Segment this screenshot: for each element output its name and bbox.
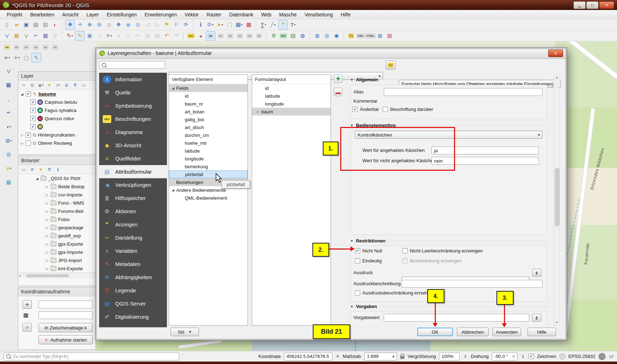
new-mesh-layer-icon[interactable]: ▩ [41,31,50,40]
rectangle-tool-icon[interactable]: ▢ [22,53,31,62]
browser-folder[interactable]: ▷Fotos [18,215,96,224]
layer-item[interactable]: ▷⧉Oberer Reutweg [18,139,96,147]
deselect-features-icon[interactable]: ▢ [225,20,234,29]
browser-folder[interactable]: ▷geopackage [18,224,96,232]
default-expression-button[interactable]: ε [532,314,541,322]
scroll-left-arrow-icon[interactable]: ◂ [18,274,22,277]
label-change-tool-icon[interactable]: ab [51,43,60,52]
browser-folder[interactable]: ▷gpx-Exporte [18,240,96,248]
legend-item[interactable]: Carpinus betulu [18,98,96,106]
add-raster-dock-icon[interactable]: ▦ [4,80,13,89]
remove-container-button[interactable]: ▬ [334,88,342,96]
map-tips-icon[interactable]: ❝ [278,20,288,30]
undo-icon[interactable]: ↶ [162,31,171,40]
sidebar-item-symbolisierung[interactable]: ✑Symbolisierung [99,99,167,112]
sidebar-item-variablen[interactable]: εVariablen [99,244,167,257]
enforce-expression-checkbox[interactable] [355,290,360,296]
add-delimited-text-icon[interactable]: ‚ [4,94,13,103]
wfs-services-icon[interactable]: ◍ [322,31,331,40]
cancel-button[interactable]: Abbrechen [457,328,489,336]
zoom-last-icon[interactable]: ◁ [143,20,152,29]
available-field-latitude[interactable]: latitude [169,147,248,155]
lock-scale-icon[interactable] [400,356,404,359]
add-spatialite-icon[interactable]: ✒ [4,108,13,117]
new-table-icon[interactable]: ▦ [4,178,13,187]
vertex-tool-icon[interactable]: ✳▾ [104,31,113,40]
scale-combo[interactable]: 1:699 [364,353,397,360]
save-project-icon[interactable]: ▣ [22,20,31,29]
extents-toggle-icon[interactable]: ✛ [336,354,340,359]
legend-visibility-checkbox[interactable] [30,108,36,113]
measure-line-icon[interactable]: ╱▾ [269,20,277,29]
redo-icon[interactable]: ↷ [172,31,181,40]
menu-masche[interactable]: Masche [275,10,301,19]
manage-map-themes-icon[interactable]: ◉▾ [37,81,45,89]
paste-features-icon[interactable]: ▤ [153,31,162,40]
clear-icon[interactable]: ⊗ [512,354,515,358]
open-attribute-table-icon[interactable]: ▦▾ [235,20,244,29]
style-manager-icon[interactable]: ◐ [51,20,60,29]
change-label-icon[interactable]: ab [255,31,264,40]
fields-group-row[interactable]: ◢Fields [169,84,248,92]
available-field-baum_nr[interactable]: baum_nr [169,100,248,108]
properties-search-input[interactable] [99,61,165,69]
add-wcs-icon[interactable]: ◍ [4,150,13,159]
not-null-checkbox[interactable] [355,248,360,253]
browser-properties-icon[interactable]: ℹ [54,166,62,173]
run-feature-action-icon[interactable]: ⚙▾ [206,20,215,29]
available-field-gattg_bot[interactable]: gattg_bot [169,116,248,123]
open-layer-styling-icon[interactable]: ✑ [20,81,27,89]
new-virtual-layer-icon[interactable]: ▽ [51,31,60,40]
sidebar-item-verkn-pfungen[interactable]: ◀Verknüpfungen [99,178,167,191]
legend-visibility-checkbox[interactable] [30,124,36,129]
layer-visibility-checkbox[interactable] [26,91,31,97]
copy-features-icon[interactable]: ⧉ [143,31,152,40]
move-label-icon[interactable]: ab [235,31,244,40]
zoom-next-icon[interactable]: ▷ [153,20,162,29]
browser-hscrollbar[interactable]: ◂ [18,273,96,278]
refresh-browser-icon[interactable]: ⟳ [29,166,36,173]
zoom-to-layer-icon[interactable]: ◍ [133,20,142,29]
menu-ansicht[interactable]: Ansicht [58,10,82,19]
python-console-icon[interactable]: Py [347,31,356,40]
coordinate-input[interactable]: 456242.5,5427676.5 [284,353,332,360]
group-visibility-checkbox[interactable] [26,140,31,146]
form-item-latitude[interactable]: latitude [252,92,331,100]
zoom-full-icon[interactable]: ❖ [114,20,123,29]
crs-globe-icon[interactable] [560,354,565,359]
legend-visibility-checkbox[interactable] [30,116,36,121]
sidebar-item-diagramme[interactable]: ◕Diagramme [99,125,167,139]
sidebar-item-qgis-server[interactable]: ▦QGIS Server [99,297,167,310]
default-value-input[interactable] [384,314,529,322]
delete-selected-icon[interactable]: ▯ [124,31,133,40]
menu-hilfe[interactable]: Hilfe [337,10,355,19]
available-field-art_dtsch[interactable]: art_dtsch [169,123,248,131]
sidebar-item-quelle[interactable]: ⚒Quelle [99,86,167,99]
python-init-button[interactable]: Py [386,61,396,70]
toggle-editing-icon[interactable]: ✎ [75,31,85,41]
style-menu-button[interactable]: Stil ▼ [170,328,199,336]
filter-by-expression-icon[interactable]: ε▾ [54,81,62,89]
sidebar-item-hilfsspeicher[interactable]: ≣Hilfsspeicher [99,191,167,205]
statistical-summary-icon[interactable]: ∑▾ [259,20,268,29]
expand-all-icon[interactable]: ⇊ [63,81,70,89]
available-field-pilzbefall[interactable]: pilzbefall [169,170,248,178]
pan-to-selection-icon[interactable]: ✛ [76,20,85,29]
alias-input[interactable] [384,88,542,96]
collapse-all-icon[interactable]: ⇈ [71,81,79,89]
modify-attributes-icon[interactable]: ≡ [114,31,123,40]
add-vector-dock-icon[interactable]: V [4,66,13,76]
available-field-longitude[interactable]: longitude [169,155,248,163]
track-mouse-button[interactable]: ☉ [22,323,32,332]
new-print-layout-icon[interactable]: ▤ [31,20,40,29]
graphical-modeler-icon[interactable]: WD [279,31,288,40]
close-button[interactable]: ✕ [599,1,614,9]
browser-folder[interactable]: ▷JPG-Import [18,256,96,265]
add-selected-layers-icon[interactable]: ▭ [20,166,27,173]
rotation-spinner[interactable]: ▲▼ [521,354,525,359]
sidebar-item-attributformular[interactable]: ▤Attributformular [99,165,167,178]
html-annotation-icon[interactable]: HTML [366,31,375,40]
available-field-bemerkung[interactable]: bemerkung [169,163,248,170]
legend-item[interactable]: Quercus robur [18,114,96,123]
sidebar-item-abh-ngigkeiten[interactable]: ♻Abhängigkeiten [99,271,167,284]
